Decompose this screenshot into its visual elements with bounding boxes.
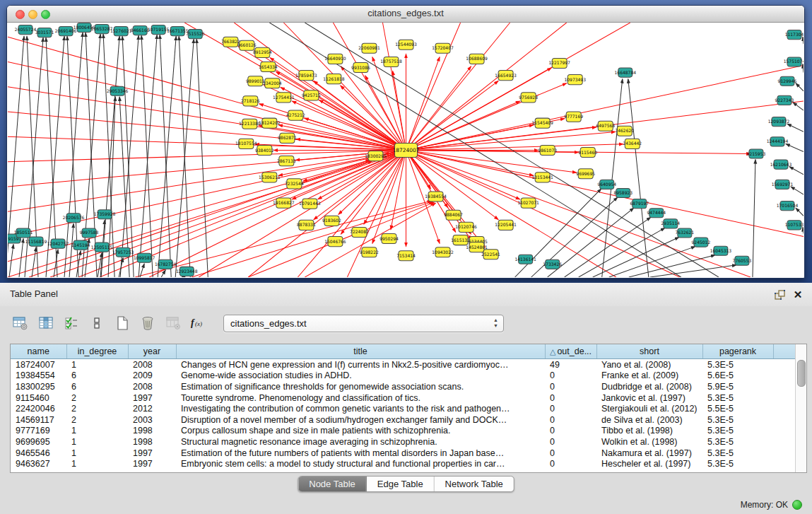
- table-cell[interactable]: 5.3E-5: [702, 359, 773, 370]
- network-node[interactable]: 17957253: [112, 247, 134, 257]
- network-node[interactable]: 7224087: [350, 227, 369, 237]
- table-cell[interactable]: 0: [545, 392, 596, 404]
- scrollbar-thumb[interactable]: [797, 360, 806, 387]
- table-cell[interactable]: Corpus callosum shape and size in male p…: [176, 426, 545, 437]
- network-node[interactable]: 1654334: [259, 62, 278, 71]
- table-cell[interactable]: 9465546: [11, 448, 66, 459]
- network-node[interactable]: 15692971: [772, 180, 794, 189]
- table-cell[interactable]: 0: [545, 370, 596, 382]
- network-node[interactable]: 9115460: [578, 147, 597, 157]
- table-cell[interactable]: 1: [66, 448, 128, 459]
- network-node[interactable]: 7462620: [615, 126, 634, 136]
- table-cell[interactable]: 5.6E-5: [702, 370, 773, 382]
- network-node[interactable]: 16640910: [324, 54, 346, 64]
- table-rows-icon[interactable]: [86, 313, 107, 333]
- table-cell[interactable]: 5.3E-5: [702, 414, 773, 426]
- table-cell[interactable]: Yano et al. (2008): [596, 359, 702, 370]
- network-node[interactable]: 9215953: [747, 149, 766, 158]
- column-header-out_de[interactable]: △out_de...: [545, 344, 596, 359]
- select-columns-icon[interactable]: [61, 313, 82, 333]
- network-node[interactable]: 10791443: [299, 199, 321, 209]
- import-table-icon[interactable]: [163, 313, 184, 333]
- table-source-dropdown[interactable]: citations_edges.txt ▲▼: [223, 315, 504, 332]
- network-node[interactable]: 16210643: [770, 160, 792, 169]
- network-node[interactable]: 3031571: [35, 28, 54, 37]
- table-row[interactable]: 1872400712008Changes of HCN gene express…: [11, 359, 796, 370]
- network-node[interactable]: 19384554: [425, 192, 447, 201]
- table-cell[interactable]: 5.3E-5: [702, 436, 773, 448]
- network-node[interactable]: 9931086: [351, 62, 370, 72]
- table-cell[interactable]: Nakamura et al. (1997): [596, 448, 702, 459]
- network-node[interactable]: 12042757: [47, 239, 69, 248]
- network-node[interactable]: 6879197: [630, 199, 649, 209]
- tab-node-table[interactable]: Node Table: [298, 477, 367, 491]
- table-cell[interactable]: 5.5E-5: [702, 403, 773, 414]
- table-cell[interactable]: Structural magnetic resonance image aver…: [176, 436, 545, 448]
- network-node[interactable]: 10943022: [432, 247, 454, 257]
- network-node[interactable]: 9861073: [538, 145, 557, 155]
- network-node[interactable]: 18757518: [380, 57, 402, 66]
- network-node[interactable]: 1117304: [785, 30, 804, 40]
- table-cell[interactable]: 9115460: [11, 392, 66, 404]
- network-node[interactable]: 20206576: [63, 214, 85, 223]
- network-node[interactable]: 10120746: [455, 222, 477, 232]
- network-node[interactable]: 18724007: [392, 143, 419, 157]
- network-node[interactable]: 9756928: [519, 93, 538, 103]
- network-node[interactable]: 16654923: [495, 71, 517, 81]
- network-canvas[interactable]: 2405572430315712069140618006456106532871…: [8, 23, 804, 277]
- network-node[interactable]: 12093872: [768, 117, 790, 127]
- network-node[interactable]: 7515526: [186, 30, 205, 39]
- table-cell[interactable]: Dudbridge et al. (2008): [596, 381, 702, 392]
- table-row[interactable]: 977716911998Corpus callosum shape and si…: [11, 426, 796, 437]
- node-table[interactable]: namein_degreeyeartitle△out_de...shortpag…: [10, 344, 807, 473]
- table-cell[interactable]: 2: [66, 414, 128, 426]
- network-node[interactable]: 1615132: [451, 235, 470, 245]
- table-cell[interactable]: Investigating the contribution of common…: [176, 403, 545, 414]
- network-node[interactable]: 9997588: [80, 228, 99, 238]
- network-node[interactable]: 4275212: [286, 110, 305, 120]
- table-cell[interactable]: Jankovic et al. (1997): [596, 392, 702, 404]
- network-node[interactable]: 9245012: [692, 238, 711, 247]
- network-window-titlebar[interactable]: citations_edges.txt: [7, 6, 804, 23]
- network-node[interactable]: 15046766: [324, 237, 346, 247]
- citation-network-graph[interactable]: 2405572430315712069140618006456106532871…: [8, 23, 804, 277]
- network-node[interactable]: 12923448: [176, 267, 198, 276]
- table-cell[interactable]: 2008: [128, 381, 176, 392]
- delete-columns-icon[interactable]: [137, 313, 158, 333]
- table-cell[interactable]: 2: [66, 392, 128, 404]
- table-cell[interactable]: 2009: [128, 370, 176, 382]
- network-node[interactable]: 2935114: [661, 219, 680, 228]
- network-node[interactable]: 11545409: [531, 118, 553, 128]
- tab-edge-table[interactable]: Edge Table: [367, 477, 435, 491]
- table-cell[interactable]: Estimation of the future numbers of pati…: [176, 448, 545, 459]
- show-columns-icon[interactable]: [35, 313, 57, 333]
- network-node[interactable]: 9899011: [246, 76, 265, 86]
- network-node[interactable]: 18107554: [235, 139, 257, 148]
- table-cell[interactable]: 1: [66, 458, 128, 469]
- table-cell[interactable]: Stergiakouli et al. (2012): [596, 403, 702, 414]
- new-column-icon[interactable]: [112, 313, 133, 333]
- network-node[interactable]: 1145194: [71, 240, 90, 250]
- table-cell[interactable]: 9699695: [11, 436, 66, 448]
- network-node[interactable]: 18124202: [259, 118, 281, 128]
- table-cell[interactable]: de Silva et al. (2003): [596, 414, 702, 426]
- network-node[interactable]: 16045313: [710, 246, 732, 255]
- network-node[interactable]: 7153414: [396, 251, 416, 261]
- table-cell[interactable]: Disruption of a novel member of a sodium…: [176, 414, 545, 426]
- network-node[interactable]: 9384012: [255, 145, 274, 155]
- network-node[interactable]: 22060981: [358, 43, 380, 53]
- network-node[interactable]: 2867133: [277, 156, 296, 166]
- table-row[interactable]: 1830029562008Estimation of significance …: [11, 381, 796, 392]
- column-header-in_degree[interactable]: in_degree: [66, 344, 128, 359]
- table-cell[interactable]: Franke et al. (2009): [596, 370, 702, 382]
- table-cell[interactable]: 0: [545, 436, 596, 448]
- table-cell[interactable]: 6: [66, 381, 128, 392]
- network-node[interactable]: 12217997: [548, 58, 570, 68]
- network-node[interactable]: 9183602: [322, 216, 341, 226]
- close-panel-icon[interactable]: ✕: [791, 288, 805, 302]
- table-cell[interactable]: 5.3E-5: [702, 426, 773, 437]
- network-node[interactable]: 8466160: [131, 26, 150, 35]
- table-cell[interactable]: 18300295: [11, 381, 66, 392]
- network-node[interactable]: 9227343: [775, 95, 794, 105]
- table-cell[interactable]: Embryonic stem cells: a model to study s…: [176, 458, 545, 469]
